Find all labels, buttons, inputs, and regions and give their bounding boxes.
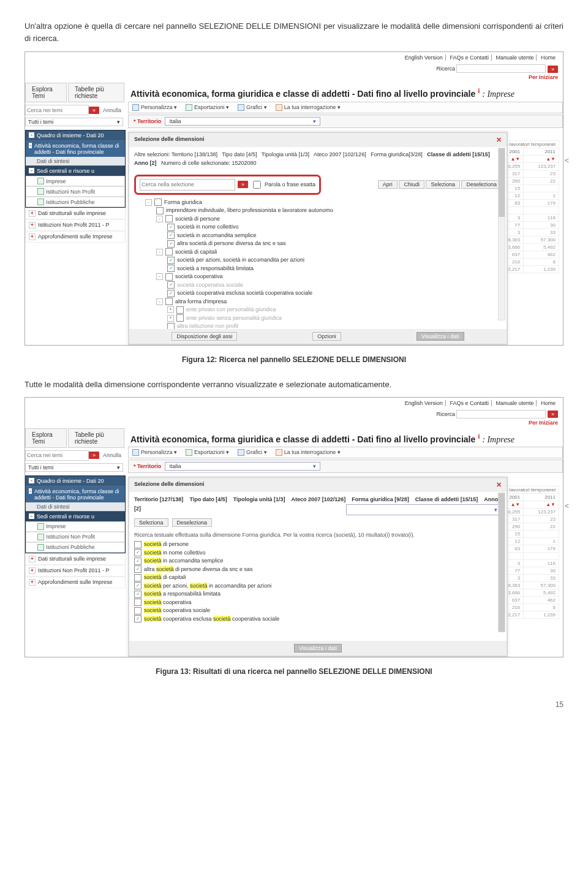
- tree-item-label[interactable]: società di persone: [175, 215, 220, 224]
- expand-icon[interactable]: -: [156, 249, 163, 255]
- link-english[interactable]: English Version: [402, 55, 446, 61]
- checkbox[interactable]: ✓: [167, 232, 175, 239]
- dim-link[interactable]: Territorio [127/138]: [134, 496, 183, 502]
- result-item-label[interactable]: altra società di persone diversa da snc …: [144, 566, 253, 574]
- expand-icon[interactable]: +: [29, 579, 36, 586]
- checkbox[interactable]: [156, 207, 164, 214]
- tree-item-label[interactable]: imprenditore individuale, libero profess…: [166, 206, 333, 215]
- expand-icon[interactable]: -: [156, 216, 163, 222]
- visualizza-button[interactable]: Visualizza i dati: [417, 332, 464, 341]
- expand-icon[interactable]: +: [29, 556, 36, 562]
- tree-item-label[interactable]: società di capitali: [175, 248, 217, 257]
- checkbox[interactable]: ✓: [167, 224, 175, 231]
- opzioni-button[interactable]: Opzioni: [312, 332, 341, 341]
- tree-item-label[interactable]: società in accomandita semplice: [177, 232, 257, 240]
- tab-richieste[interactable]: Tabelle più richieste: [68, 83, 124, 102]
- ricerca-input[interactable]: [456, 410, 546, 418]
- territorio-select[interactable]: Italia▾: [165, 117, 320, 126]
- result-item-label[interactable]: società cooperativa: [144, 599, 192, 607]
- checkbox[interactable]: ✓: [167, 281, 175, 289]
- grafici-menu[interactable]: Grafici ▾: [238, 449, 267, 456]
- tab-esplora[interactable]: Esplora Temi: [25, 83, 67, 102]
- dim-dropdown[interactable]: ▾: [346, 504, 502, 515]
- link-home[interactable]: Home: [538, 400, 558, 406]
- checkbox[interactable]: ✓: [134, 558, 141, 565]
- checkbox[interactable]: ✓: [167, 240, 175, 248]
- deseleziona-button[interactable]: Deseleziona: [461, 180, 502, 189]
- personalizza-menu[interactable]: Personalizza ▾: [132, 104, 177, 111]
- checkbox[interactable]: ✓: [167, 290, 175, 297]
- grafici-menu[interactable]: Grafici ▾: [238, 104, 267, 111]
- tree-item-label[interactable]: società a responsabilità limitata: [177, 265, 254, 273]
- expand-icon[interactable]: -: [156, 298, 163, 305]
- collapse-icon[interactable]: -: [29, 132, 34, 138]
- annulla-link[interactable]: Annulla: [99, 452, 121, 458]
- search-temi-go[interactable]: »: [89, 452, 99, 459]
- expand-icon[interactable]: -: [156, 273, 163, 280]
- dim-link[interactable]: Forma giuridica[3/28]: [371, 151, 423, 157]
- close-icon[interactable]: ✕: [496, 481, 502, 489]
- collapse-panel-icon[interactable]: <: [565, 502, 569, 510]
- nav-item[interactable]: Attività economica, forma classe di adde…: [34, 143, 122, 155]
- link-manual[interactable]: Manuale utente: [493, 400, 537, 406]
- nav-item[interactable]: Sedi centrali e risorse u: [37, 513, 94, 520]
- nav-item[interactable]: Dati di sintesi: [26, 502, 125, 511]
- expand-icon[interactable]: +: [29, 210, 36, 217]
- tree-item-label[interactable]: società per azioni, società in accomandi…: [177, 256, 304, 265]
- nav-item[interactable]: Approfondimenti sulle Imprese: [38, 579, 113, 586]
- checkbox[interactable]: [134, 599, 141, 606]
- dim-link[interactable]: Tipo dato [4/5]: [222, 151, 257, 157]
- nav-item[interactable]: Istituzioni Non Profit 2011 - P: [38, 222, 110, 229]
- scrollbar[interactable]: [498, 148, 505, 320]
- checkbox[interactable]: [134, 541, 141, 548]
- nav-item[interactable]: Istituzioni Non Profit: [46, 189, 95, 195]
- seleziona-button[interactable]: Seleziona: [134, 518, 168, 527]
- dim-link-active[interactable]: Classe di addetti [15/15]: [427, 151, 490, 157]
- nav-item[interactable]: Approfondimenti sulle Imprese: [38, 233, 113, 240]
- chiudi-button[interactable]: Chiudi: [399, 180, 424, 189]
- search-temi-input[interactable]: [25, 105, 89, 115]
- dimension-search-input[interactable]: [140, 179, 235, 191]
- link-faq[interactable]: FAQs e Contatti: [447, 400, 492, 406]
- checkbox[interactable]: [165, 298, 173, 305]
- personalizza-menu[interactable]: Personalizza ▾: [132, 449, 177, 456]
- territorio-select[interactable]: Italia▾: [165, 462, 320, 471]
- nav-item[interactable]: Imprese: [46, 523, 66, 529]
- ricerca-go[interactable]: »: [548, 410, 558, 418]
- checkbox[interactable]: [165, 248, 173, 255]
- per-iniziare-link[interactable]: Per Iniziare: [25, 420, 563, 428]
- dim-link[interactable]: Tipologia unità [1/3]: [262, 151, 309, 157]
- tree-item-label[interactable]: ente privato con personalità giuridica: [186, 306, 276, 314]
- checkbox[interactable]: [134, 574, 141, 581]
- checkbox[interactable]: [165, 273, 173, 281]
- interrogazione-menu[interactable]: La tua interrogazione ▾: [276, 449, 341, 456]
- result-item-label[interactable]: società cooperativa sociale: [144, 607, 210, 615]
- checkbox[interactable]: ✓: [134, 591, 141, 598]
- checkbox[interactable]: [134, 607, 141, 615]
- link-english[interactable]: English Version: [402, 400, 446, 406]
- expand-icon[interactable]: +: [29, 567, 36, 574]
- seleziona-button[interactable]: Seleziona: [426, 180, 460, 189]
- search-temi-go[interactable]: »: [89, 107, 99, 114]
- checkbox[interactable]: ✓: [134, 615, 141, 622]
- tree-item-label[interactable]: società in nome collettivo: [177, 223, 239, 232]
- tutti-temi-select[interactable]: Tutti i temi▾: [25, 118, 123, 126]
- close-icon[interactable]: ✕: [496, 136, 502, 144]
- ricerca-go[interactable]: »: [548, 66, 558, 73]
- dim-link[interactable]: Tipo dato [4/5]: [189, 496, 227, 502]
- result-item-label[interactable]: società cooperativa esclusa società coop…: [144, 615, 279, 624]
- esportazioni-menu[interactable]: Esportazioni ▾: [186, 449, 229, 456]
- link-home[interactable]: Home: [538, 55, 558, 61]
- ricerca-input[interactable]: [456, 64, 546, 73]
- expand-icon[interactable]: -: [145, 199, 152, 206]
- result-item-label[interactable]: società di capitali: [144, 573, 186, 582]
- dim-link[interactable]: Territorio [138/138]: [172, 151, 217, 157]
- apri-button[interactable]: Apri: [378, 180, 398, 189]
- expand-icon[interactable]: +: [29, 222, 36, 229]
- tab-esplora[interactable]: Esplora Temi: [25, 428, 67, 448]
- collapse-icon[interactable]: -: [29, 168, 34, 173]
- deseleziona-button[interactable]: Deseleziona: [172, 518, 213, 527]
- link-faq[interactable]: FAQs e Contatti: [447, 55, 492, 61]
- tree-item-label[interactable]: ente privato senza personalità giuridica: [186, 314, 282, 323]
- tree-item-label[interactable]: altra forma d'impresa: [175, 298, 227, 306]
